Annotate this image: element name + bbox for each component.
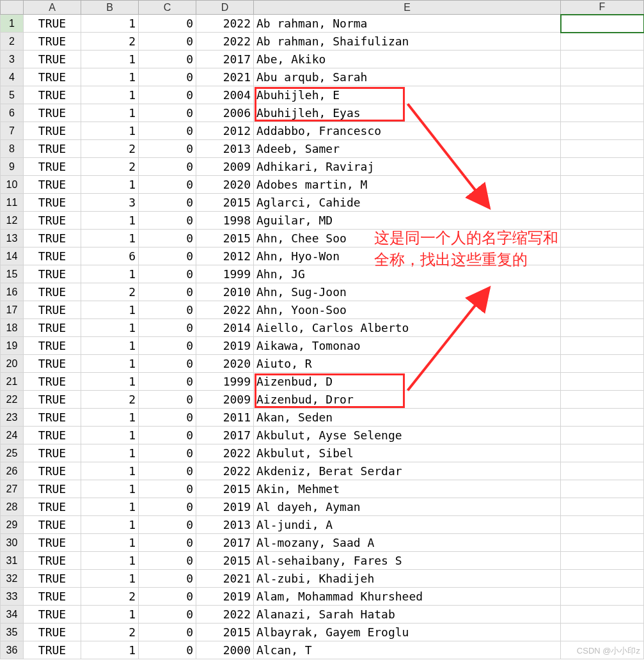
row-header[interactable]: 19 (1, 337, 24, 355)
cell-F1[interactable] (561, 15, 644, 33)
cell-D17[interactable]: 2022 (196, 301, 254, 319)
row-header[interactable]: 6 (1, 104, 24, 122)
cell-A25[interactable]: TRUE (24, 444, 81, 462)
cell-F34[interactable] (561, 606, 644, 624)
cell-B20[interactable]: 1 (81, 355, 139, 373)
cell-C19[interactable]: 0 (139, 337, 196, 355)
cell-E7[interactable]: Addabbo, Francesco (254, 122, 561, 140)
cell-E22[interactable]: Aizenbud, Dror (254, 391, 561, 409)
row-header[interactable]: 31 (1, 552, 24, 570)
cell-B2[interactable]: 2 (81, 33, 139, 51)
cell-A17[interactable]: TRUE (24, 301, 81, 319)
row-header[interactable]: 14 (1, 247, 24, 265)
row-header[interactable]: 2 (1, 33, 24, 51)
cell-F27[interactable] (561, 480, 644, 498)
cell-F33[interactable] (561, 588, 644, 606)
cell-E5[interactable]: Abuhijleh, E (254, 86, 561, 104)
cell-B7[interactable]: 1 (81, 122, 139, 140)
row-header[interactable]: 21 (1, 373, 24, 391)
row-header[interactable]: 3 (1, 51, 24, 68)
row-header[interactable]: 30 (1, 534, 24, 552)
cell-F26[interactable] (561, 462, 644, 480)
cell-F31[interactable] (561, 552, 644, 570)
row-header[interactable]: 24 (1, 427, 24, 444)
row-header[interactable]: 28 (1, 498, 24, 516)
cell-D2[interactable]: 2022 (196, 33, 254, 51)
cell-F12[interactable] (561, 212, 644, 230)
cell-F16[interactable] (561, 283, 644, 301)
cell-D24[interactable]: 2017 (196, 427, 254, 444)
cell-A15[interactable]: TRUE (24, 265, 81, 283)
cell-D5[interactable]: 2004 (196, 86, 254, 104)
cell-B8[interactable]: 2 (81, 140, 139, 158)
cell-B13[interactable]: 1 (81, 230, 139, 247)
cell-A27[interactable]: TRUE (24, 480, 81, 498)
cell-A22[interactable]: TRUE (24, 391, 81, 409)
cell-B26[interactable]: 1 (81, 462, 139, 480)
row-header[interactable]: 33 (1, 588, 24, 606)
cell-C31[interactable]: 0 (139, 552, 196, 570)
cell-B9[interactable]: 2 (81, 158, 139, 176)
cell-A5[interactable]: TRUE (24, 86, 81, 104)
cell-A28[interactable]: TRUE (24, 498, 81, 516)
cell-F36[interactable] (561, 641, 644, 659)
cell-E13[interactable]: Ahn, Chee Soo (254, 230, 561, 247)
cell-C18[interactable]: 0 (139, 319, 196, 337)
cell-B31[interactable]: 1 (81, 552, 139, 570)
cell-B24[interactable]: 1 (81, 427, 139, 444)
cell-A2[interactable]: TRUE (24, 33, 81, 51)
row-header[interactable]: 1 (1, 15, 24, 33)
cell-F6[interactable] (561, 104, 644, 122)
cell-B5[interactable]: 1 (81, 86, 139, 104)
cell-B11[interactable]: 3 (81, 194, 139, 212)
cell-C9[interactable]: 0 (139, 158, 196, 176)
cell-A4[interactable]: TRUE (24, 68, 81, 86)
cell-F9[interactable] (561, 158, 644, 176)
row-header[interactable]: 15 (1, 265, 24, 283)
cell-C35[interactable]: 0 (139, 624, 196, 641)
cell-E12[interactable]: Aguilar, MD (254, 212, 561, 230)
row-header[interactable]: 10 (1, 176, 24, 194)
cell-C24[interactable]: 0 (139, 427, 196, 444)
row-header[interactable]: 9 (1, 158, 24, 176)
row-header[interactable]: 12 (1, 212, 24, 230)
cell-D28[interactable]: 2019 (196, 498, 254, 516)
cell-C4[interactable]: 0 (139, 68, 196, 86)
cell-E24[interactable]: Akbulut, Ayse Selenge (254, 427, 561, 444)
cell-A21[interactable]: TRUE (24, 373, 81, 391)
cell-B35[interactable]: 2 (81, 624, 139, 641)
row-header[interactable]: 7 (1, 122, 24, 140)
cell-B30[interactable]: 1 (81, 534, 139, 552)
cell-B33[interactable]: 2 (81, 588, 139, 606)
cell-E6[interactable]: Abuhijleh, Eyas (254, 104, 561, 122)
cell-B18[interactable]: 1 (81, 319, 139, 337)
row-header[interactable]: 5 (1, 86, 24, 104)
cell-D15[interactable]: 1999 (196, 265, 254, 283)
cell-D11[interactable]: 2015 (196, 194, 254, 212)
row-header[interactable]: 29 (1, 516, 24, 534)
row-header[interactable]: 22 (1, 391, 24, 409)
cell-B25[interactable]: 1 (81, 444, 139, 462)
cell-B4[interactable]: 1 (81, 68, 139, 86)
cell-E35[interactable]: Albayrak, Gayem Eroglu (254, 624, 561, 641)
cell-A31[interactable]: TRUE (24, 552, 81, 570)
cell-D16[interactable]: 2010 (196, 283, 254, 301)
cell-D10[interactable]: 2020 (196, 176, 254, 194)
cell-D22[interactable]: 2009 (196, 391, 254, 409)
cell-C22[interactable]: 0 (139, 391, 196, 409)
cell-C10[interactable]: 0 (139, 176, 196, 194)
cell-B1[interactable]: 1 (81, 15, 139, 33)
row-header[interactable]: 27 (1, 480, 24, 498)
cell-D29[interactable]: 2013 (196, 516, 254, 534)
row-header[interactable]: 16 (1, 283, 24, 301)
cell-A33[interactable]: TRUE (24, 588, 81, 606)
cell-C8[interactable]: 0 (139, 140, 196, 158)
cell-E8[interactable]: Adeeb, Samer (254, 140, 561, 158)
cell-B6[interactable]: 1 (81, 104, 139, 122)
row-header[interactable]: 4 (1, 68, 24, 86)
cell-F4[interactable] (561, 68, 644, 86)
cell-B3[interactable]: 1 (81, 51, 139, 68)
cell-D27[interactable]: 2015 (196, 480, 254, 498)
cell-C27[interactable]: 0 (139, 480, 196, 498)
cell-D34[interactable]: 2022 (196, 606, 254, 624)
